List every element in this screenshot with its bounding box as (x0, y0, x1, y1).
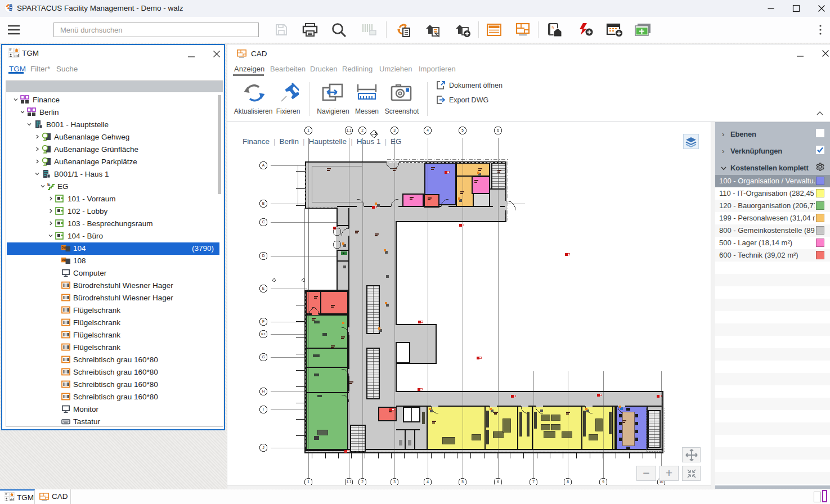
svg-text:5: 5 (461, 128, 464, 132)
svg-text:G: G (262, 355, 264, 359)
svg-text:5: 5 (461, 480, 464, 484)
svg-text:H: H (262, 389, 265, 393)
svg-text:F.1: F.1 (261, 332, 266, 336)
svg-text:C: C (262, 220, 265, 224)
svg-text:I: I (263, 407, 264, 411)
svg-text:1.1: 1.1 (346, 480, 351, 484)
svg-text:F: F (262, 320, 264, 323)
svg-text:B: B (262, 201, 264, 205)
svg-text:2: 2 (361, 128, 364, 132)
svg-text:4: 4 (427, 128, 429, 132)
svg-text:3: 3 (393, 480, 396, 484)
svg-text:1: 1 (307, 128, 309, 132)
svg-text:7: 7 (532, 480, 535, 484)
svg-text:8: 8 (567, 480, 569, 484)
svg-text:A: A (262, 163, 265, 167)
svg-text:D: D (262, 254, 265, 258)
svg-text:J: J (262, 446, 264, 449)
svg-text:§: § (551, 25, 554, 30)
svg-text:6: 6 (497, 128, 499, 132)
svg-text:1: 1 (307, 480, 309, 484)
svg-text:3: 3 (393, 128, 396, 132)
svg-text:4: 4 (427, 480, 429, 484)
svg-text:E: E (262, 286, 265, 290)
svg-text:9: 9 (602, 480, 604, 484)
svg-text:6: 6 (497, 480, 499, 484)
svg-text:2: 2 (361, 480, 364, 484)
svg-text:1.1: 1.1 (346, 128, 351, 132)
svg-text:E: E (47, 182, 51, 187)
